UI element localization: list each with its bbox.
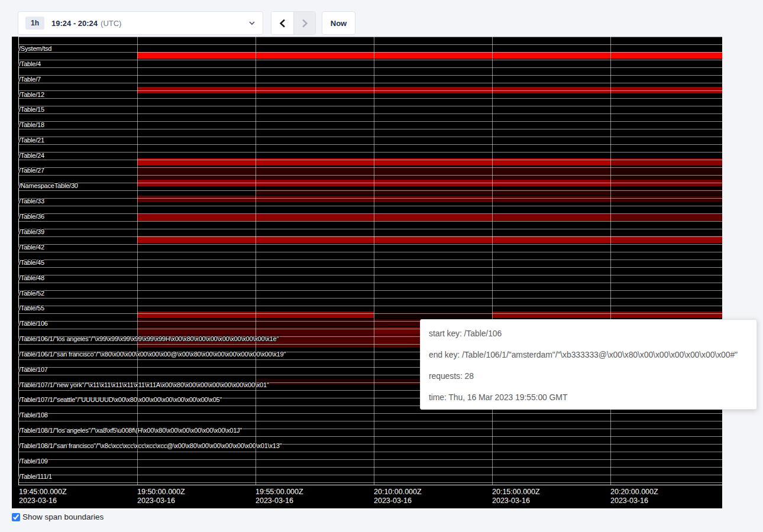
heat-band	[137, 52, 256, 59]
span-boundary-line	[18, 44, 722, 45]
sample-column-line	[492, 37, 493, 485]
span-boundary-line	[18, 283, 722, 283]
row-label: /Table/106/1/"san francisco"/"\x80\x00\x…	[19, 351, 286, 358]
x-tick-date: 2023-03-16	[19, 497, 67, 505]
x-axis-tick: 19:50:00.000Z2023-03-16	[137, 488, 185, 505]
time-range-selector[interactable]: 1h 19:24 - 20:24 (UTC)	[18, 11, 263, 35]
heat-band	[137, 312, 256, 318]
next-range-button[interactable]	[293, 12, 315, 34]
x-tick-date: 2023-03-16	[256, 497, 303, 505]
span-boundary-line	[18, 190, 722, 191]
sample-column-line	[610, 37, 611, 485]
span-boundary-line	[18, 152, 722, 153]
range-duration-badge: 1h	[25, 17, 44, 30]
span-boundary-line	[18, 244, 722, 245]
x-tick-time: 19:55:00.000Z	[256, 488, 303, 497]
heat-band	[610, 196, 722, 202]
row-label: /NamespaceTable/30	[19, 182, 78, 189]
heat-band	[492, 312, 610, 318]
span-boundary-line	[18, 452, 722, 452]
row-label: /Table/21	[19, 137, 44, 144]
row-label: /Table/27	[19, 167, 44, 174]
x-axis-tick: 19:45:00.000Z2023-03-16	[19, 488, 67, 505]
span-boundary-line	[18, 198, 722, 199]
now-button[interactable]: Now	[322, 11, 355, 35]
span-boundary-line	[18, 75, 722, 76]
range-text: 19:24 - 20:24	[51, 19, 98, 28]
x-tick-date: 2023-03-16	[492, 497, 540, 505]
key-visualizer-canvas[interactable]: /System/tsd/Table/4/Table/7/Table/12/Tab…	[12, 37, 722, 508]
heat-band	[492, 52, 610, 59]
row-label: /Table/55	[19, 304, 44, 312]
span-boundary-line	[18, 137, 722, 137]
span-boundary-line	[18, 290, 722, 291]
span-boundary-line	[18, 313, 722, 314]
row-label: /Table/111/1	[19, 473, 52, 480]
span-boundary-line	[18, 160, 722, 160]
span-boundary-line	[18, 213, 722, 214]
row-label: /Table/52	[19, 290, 44, 297]
heat-band	[137, 319, 256, 326]
tooltip-time: time: Thu, 16 Mar 2023 19:55:00 GMT	[429, 392, 748, 402]
chart-bottom-line	[18, 485, 722, 485]
range-utc-suffix: (UTC)	[101, 19, 121, 28]
x-tick-date: 2023-03-16	[610, 497, 658, 505]
row-label: /Table/7	[19, 76, 41, 83]
toolbar: 1h 19:24 - 20:24 (UTC) Now	[0, 0, 763, 37]
x-tick-time: 20:10:00.000Z	[374, 488, 422, 497]
span-boundary-line	[18, 175, 722, 176]
x-axis-tick: 20:20:00.000Z2023-03-16	[610, 488, 658, 505]
x-tick-time: 20:20:00.000Z	[610, 488, 658, 497]
show-span-boundaries-checkbox[interactable]	[12, 513, 20, 521]
span-boundary-line	[18, 275, 722, 275]
heat-band	[492, 214, 610, 221]
span-boundary-line	[18, 83, 722, 83]
row-label: /Table/107/1/"seattle"/"UUUUUUD\x00\x80\…	[19, 396, 222, 403]
span-boundary-line	[18, 221, 722, 222]
x-axis-tick: 20:15:00.000Z2023-03-16	[492, 488, 540, 505]
span-boundary-line	[18, 67, 722, 68]
span-boundary-line	[18, 229, 722, 229]
row-label: /Table/106/1/"los angeles"/"\x99\x99\x99…	[19, 335, 279, 342]
span-boundary-line	[18, 475, 722, 475]
span-boundary-line	[18, 459, 722, 460]
row-label: /Table/48	[19, 274, 44, 281]
span-boundary-line	[18, 121, 722, 122]
span-boundary-line	[18, 37, 722, 37]
prev-range-button[interactable]	[271, 12, 293, 34]
row-label: /Table/108	[19, 411, 48, 419]
heat-band	[256, 166, 374, 179]
tooltip-requests: requests: 28	[429, 371, 748, 381]
row-label: /Table/36	[19, 213, 44, 220]
heat-band	[137, 166, 256, 179]
row-label: /Table/33	[19, 197, 44, 205]
chevron-down-icon	[248, 20, 256, 27]
span-boundary-line	[18, 60, 722, 60]
tooltip-end-key: end key: /Table/106/1/"amsterdam"/"\xb33…	[429, 350, 748, 359]
span-boundary-line	[18, 252, 722, 252]
heat-band	[374, 166, 492, 179]
heat-band	[137, 196, 256, 202]
span-boundary-line	[18, 106, 722, 106]
show-span-boundaries-label: Show span boundaries	[22, 512, 104, 521]
heat-band	[256, 196, 374, 202]
heat-band	[374, 52, 492, 59]
tooltip-start-key: start key: /Table/106	[429, 329, 748, 338]
chevron-left-icon	[279, 19, 286, 28]
heat-band	[374, 214, 492, 221]
heat-band	[374, 312, 492, 318]
row-label: /Table/24	[19, 152, 44, 159]
heat-band	[610, 166, 722, 179]
chevron-right-icon	[301, 19, 309, 28]
heat-band	[374, 196, 492, 202]
sample-column-line	[374, 37, 374, 485]
span-boundary-line	[18, 413, 722, 414]
span-boundary-line	[18, 259, 722, 260]
sample-column-line	[256, 37, 256, 485]
heat-band	[256, 379, 374, 385]
range-step-buttons	[271, 11, 316, 35]
x-tick-date: 2023-03-16	[137, 497, 185, 505]
row-label: /Table/106	[19, 320, 48, 327]
x-axis-tick: 20:10:00.000Z2023-03-16	[374, 488, 422, 505]
heat-band	[610, 312, 722, 318]
